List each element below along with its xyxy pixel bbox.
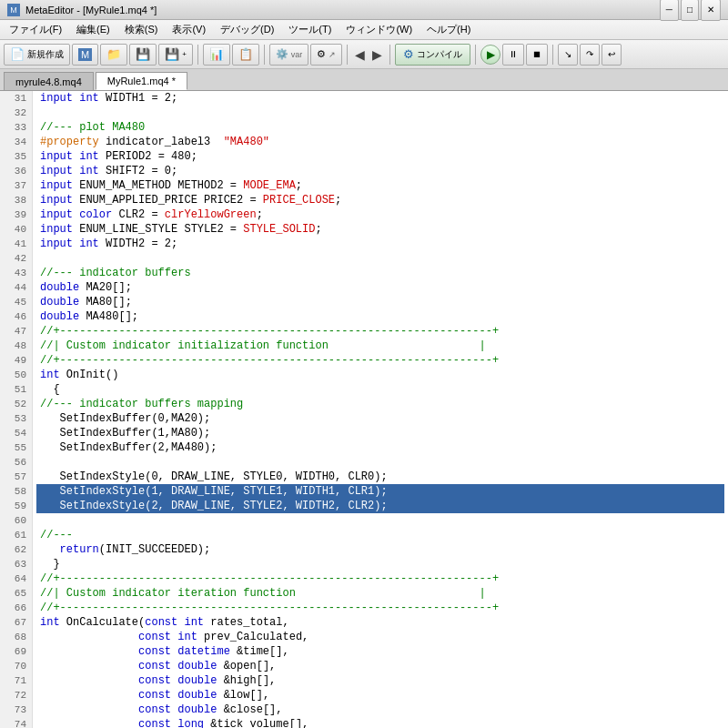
code-line[interactable]: input ENUM_APPLIED_PRICE PRICE2 = PRICE_… (36, 193, 724, 207)
stop-button[interactable]: ⏹ (526, 44, 548, 66)
pause-button[interactable]: ⏸ (502, 44, 524, 66)
meta-icon: M (78, 48, 92, 61)
step-into-button[interactable]: ↘ (558, 44, 578, 66)
view-button[interactable]: 📊 (203, 44, 230, 66)
line-number: 69 (4, 644, 26, 659)
code-line[interactable]: //+-------------------------------------… (36, 324, 724, 339)
code-line[interactable]: //+-------------------------------------… (36, 353, 724, 368)
code-line[interactable]: //--- indicator buffers mapping (36, 397, 724, 411)
code-line[interactable]: input int WIDTH1 = 2; (36, 91, 724, 106)
line-number: 38 (4, 193, 26, 207)
line-number: 36 (4, 164, 26, 178)
code-line[interactable]: const datetime &time[], (36, 644, 724, 659)
play-button[interactable]: ▶ (480, 45, 500, 65)
code-line[interactable]: int OnCalculate(const int rates_total, (36, 615, 724, 630)
code-line[interactable]: const double &close[], (36, 703, 724, 717)
compile-button[interactable]: ⚙ コンパイル (395, 44, 470, 66)
menu-help[interactable]: ヘルプ(H) (420, 20, 478, 39)
open-folder-button[interactable]: 📁 (100, 44, 127, 66)
snippet-button[interactable]: ⚙️ var (269, 44, 309, 66)
code-line[interactable]: return(INIT_SUCCEEDED); (36, 542, 724, 557)
menu-debug[interactable]: デバッグ(D) (213, 20, 281, 39)
code-line[interactable]: SetIndexBuffer(0,MA20); (36, 411, 724, 426)
code-line[interactable]: //+-------------------------------------… (36, 601, 724, 615)
line-number: 70 (4, 659, 26, 673)
menu-bar: ファイル(F) 編集(E) 検索(S) 表示(V) デバッグ(D) ツール(T)… (0, 20, 728, 40)
code-line[interactable]: //--- indicator buffers (36, 266, 724, 280)
maximize-button[interactable]: □ (681, 0, 699, 21)
code-line[interactable]: input ENUM_MA_METHOD METHOD2 = MODE_EMA; (36, 178, 724, 193)
line-number: 48 (4, 339, 26, 353)
code-line[interactable]: const long &tick_volume[], (36, 717, 724, 728)
save-all-icon: 💾 (165, 47, 179, 61)
code-line[interactable]: const double &high[], (36, 673, 724, 688)
code-line[interactable] (36, 455, 724, 470)
menu-search[interactable]: 検索(S) (117, 20, 166, 39)
code-line[interactable]: //--- plot MA480 (36, 120, 724, 135)
open-button[interactable]: M (72, 44, 98, 66)
view2-button[interactable]: 📋 (232, 44, 259, 66)
line-number: 49 (4, 353, 26, 368)
code-line[interactable]: const double &open[], (36, 659, 724, 673)
save-all-button[interactable]: 💾 + (158, 44, 193, 66)
back-button[interactable]: ◀ (352, 47, 368, 62)
code-line[interactable]: SetIndexStyle(2, DRAW_LINE, STYLE2, WIDT… (36, 499, 724, 513)
tab-myrule1[interactable]: MyRule1.mq4 * (96, 72, 187, 90)
code-line[interactable]: input ENUM_LINE_STYLE STYLE2 = STYLE_SOL… (36, 222, 724, 237)
code-line[interactable]: //--- (36, 528, 724, 542)
sep4 (389, 45, 390, 65)
menu-file[interactable]: ファイル(F) (2, 20, 69, 39)
forward-button[interactable]: ▶ (369, 47, 385, 62)
menu-edit[interactable]: 編集(E) (69, 20, 117, 39)
step-out-button[interactable]: ↩ (602, 44, 622, 66)
code-line[interactable]: input int PERIOD2 = 480; (36, 149, 724, 164)
code-line[interactable] (36, 513, 724, 528)
snippet2-button[interactable]: ⚙ ↗ (310, 44, 342, 66)
code-line[interactable]: double MA480[]; (36, 309, 724, 324)
line-number: 56 (4, 455, 26, 470)
minimize-button[interactable]: ─ (660, 0, 679, 21)
code-line[interactable]: //+-------------------------------------… (36, 571, 724, 586)
title-bar: M MetaEditor - [MyRule1.mq4 *] ─ □ ✕ (0, 0, 728, 20)
line-number: 32 (4, 106, 26, 120)
code-line[interactable]: } (36, 557, 724, 571)
new-icon: 📄 (10, 47, 25, 61)
line-number: 42 (4, 251, 26, 266)
code-line[interactable]: input int WIDTH2 = 2; (36, 237, 724, 251)
new-file-button[interactable]: 📄 新規作成 (4, 44, 70, 66)
code-line[interactable] (36, 251, 724, 266)
line-number: 64 (4, 571, 26, 586)
step-over-button[interactable]: ↷ (580, 44, 600, 66)
code-line[interactable]: const int prev_Calculated, (36, 630, 724, 644)
line-number: 37 (4, 178, 26, 193)
code-line[interactable]: double MA20[]; (36, 280, 724, 295)
menu-window[interactable]: ウィンドウ(W) (339, 20, 420, 39)
line-numbers: 3132333435363738394041424344454647484950… (0, 91, 33, 728)
code-line[interactable]: input int SHIFT2 = 0; (36, 164, 724, 178)
code-line[interactable]: int OnInit() (36, 368, 724, 382)
code-line[interactable]: //| Custom indicator iteration function … (36, 586, 724, 601)
line-number: 45 (4, 295, 26, 309)
line-number: 44 (4, 280, 26, 295)
code-line[interactable]: SetIndexBuffer(2,MA480); (36, 440, 724, 455)
close-button[interactable]: ✕ (701, 0, 721, 21)
editor: 3132333435363738394041424344454647484950… (0, 91, 728, 728)
code-line[interactable]: SetIndexBuffer(1,MA80); (36, 426, 724, 440)
save-button[interactable]: 💾 (129, 44, 157, 66)
code-line[interactable]: const double &low[], (36, 688, 724, 703)
code-line[interactable]: { (36, 382, 724, 397)
code-area[interactable]: input int WIDTH1 = 2; //--- plot MA480#p… (33, 91, 728, 728)
code-line[interactable]: //| Custom indicator initialization func… (36, 339, 724, 353)
tab-myrule48[interactable]: myrule4.8.mq4 (4, 72, 94, 90)
menu-tools[interactable]: ツール(T) (281, 20, 339, 39)
code-line[interactable]: #property indicator_label3 "MA480" (36, 135, 724, 149)
code-line[interactable]: input color CLR2 = clrYellowGreen; (36, 207, 724, 222)
code-line[interactable]: SetIndexStyle(1, DRAW_LINE, STYLE1, WIDT… (36, 484, 724, 499)
code-line[interactable] (36, 106, 724, 120)
code-line[interactable]: SetIndexStyle(0, DRAW_LINE, STYLE0, WIDT… (36, 470, 724, 484)
new-label: 新規作成 (27, 48, 64, 61)
menu-view[interactable]: 表示(V) (165, 20, 213, 39)
line-number: 57 (4, 470, 26, 484)
line-number: 31 (4, 91, 26, 106)
code-line[interactable]: double MA80[]; (36, 295, 724, 309)
